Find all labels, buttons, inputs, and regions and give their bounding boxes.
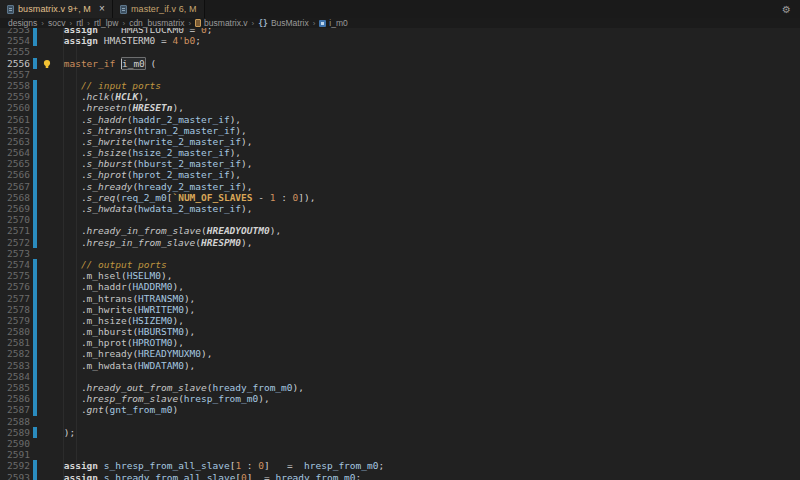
line-number[interactable]: 2573: [0, 248, 30, 259]
code-text[interactable]: .hresp_from_slave(hresp_from_m0),: [58, 393, 270, 404]
code-text[interactable]: .m_hburst(HBURSTM0),: [58, 326, 195, 337]
code-text[interactable]: .s_htrans(htran_2_master_if),: [58, 125, 247, 136]
line-number[interactable]: 2555: [0, 46, 30, 57]
code-line[interactable]: 2583 .m_hwdata(HWDATAM0),: [0, 360, 800, 371]
line-number[interactable]: 2562: [0, 125, 30, 136]
code-text[interactable]: master_if i_m0 (: [58, 58, 156, 69]
code-line[interactable]: 2590: [0, 438, 800, 449]
line-number[interactable]: 2585: [0, 382, 30, 393]
code-line[interactable]: 2577 .m_htrans(HTRANSM0),: [0, 293, 800, 304]
breadcrumb-item-BusMatrix[interactable]: {}BusMatrix: [258, 18, 308, 28]
code-line[interactable]: 2574 // output ports: [0, 259, 800, 270]
line-number[interactable]: 2560: [0, 102, 30, 113]
code-text[interactable]: // output ports: [58, 259, 167, 270]
line-number[interactable]: 2567: [0, 181, 30, 192]
code-text[interactable]: .m_hwdata(HWDATAM0),: [58, 360, 195, 371]
line-number[interactable]: 2593: [0, 472, 30, 480]
code-line[interactable]: 2568 .s_req(req_2_m0[`NUM_OF_SLAVES - 1 …: [0, 192, 800, 203]
code-line[interactable]: 2576 .m_haddr(HADDRM0),: [0, 281, 800, 292]
code-text[interactable]: .m_hwrite(HWRITEM0),: [58, 304, 195, 315]
code-text[interactable]: .s_hsize(hsize_2_master_if),: [58, 147, 241, 158]
code-line[interactable]: 2558 // input ports: [0, 80, 800, 91]
line-number[interactable]: 2583: [0, 360, 30, 371]
code-text[interactable]: .m_hready(HREADYMUXM0),: [58, 348, 212, 359]
line-number[interactable]: 2576: [0, 281, 30, 292]
line-number[interactable]: 2579: [0, 315, 30, 326]
line-number[interactable]: 2578: [0, 304, 30, 315]
code-text[interactable]: .m_haddr(HADDRM0),: [58, 281, 184, 292]
lightbulb-icon[interactable]: [42, 59, 52, 69]
code-line[interactable]: 2578 .m_hwrite(HWRITEM0),: [0, 304, 800, 315]
code-line[interactable]: 2587 .gnt(gnt_from_m0): [0, 404, 800, 415]
code-text[interactable]: .hresetn(HRESETn),: [58, 102, 184, 113]
code-line[interactable]: 2591: [0, 449, 800, 460]
code-text[interactable]: .s_haddr(haddr_2_master_if),: [58, 114, 241, 125]
line-number[interactable]: 2577: [0, 293, 30, 304]
code-line[interactable]: 2563 .s_hwrite(hwrite_2_master_if),: [0, 136, 800, 147]
line-number[interactable]: 2566: [0, 169, 30, 180]
line-number[interactable]: 2565: [0, 158, 30, 169]
code-line[interactable]: 2553 assign HMASTLOCKM0 = 0;: [0, 28, 800, 35]
code-line[interactable]: 2560 .hresetn(HRESETn),: [0, 102, 800, 113]
line-number[interactable]: 2592: [0, 460, 30, 471]
code-text[interactable]: );: [58, 427, 75, 438]
code-text[interactable]: .s_hburst(hburst_2_master_if),: [58, 158, 253, 169]
code-text[interactable]: assign s_hresp_from_all_slave[1 : 0] = h…: [58, 460, 384, 471]
line-number[interactable]: 2568: [0, 192, 30, 203]
breadcrumb-item-rtl[interactable]: rtl: [76, 18, 83, 28]
code-editor[interactable]: 2553 assign HMASTLOCKM0 = 0;2554 assign …: [0, 28, 800, 480]
code-line[interactable]: 2561 .s_haddr(haddr_2_master_if),: [0, 114, 800, 125]
tab-busmatrix.v[interactable]: busmatrix.v 9+, M×: [0, 0, 113, 18]
line-number[interactable]: 2590: [0, 438, 30, 449]
line-number[interactable]: 2586: [0, 393, 30, 404]
code-line[interactable]: 2564 .s_hsize(hsize_2_master_if),: [0, 147, 800, 158]
line-number[interactable]: 2561: [0, 114, 30, 125]
line-number[interactable]: 2563: [0, 136, 30, 147]
code-text[interactable]: .s_hprot(hprot_2_master_if),: [58, 169, 241, 180]
code-text[interactable]: assign HMASTERM0 = 4'b0;: [58, 35, 201, 46]
line-number[interactable]: 2564: [0, 147, 30, 158]
line-number[interactable]: 2582: [0, 348, 30, 359]
code-line[interactable]: 2589 );: [0, 427, 800, 438]
breadcrumb-item-i_m0[interactable]: i_m0: [319, 18, 347, 28]
code-text[interactable]: .m_hsel(HSELM0),: [58, 270, 172, 281]
breadcrumb-item-cdn_busmatrix[interactable]: cdn_busmatrix: [129, 18, 184, 28]
breadcrumb-item-designs[interactable]: designs: [8, 18, 37, 28]
code-line[interactable]: 2565 .s_hburst(hburst_2_master_if),: [0, 158, 800, 169]
code-line[interactable]: 2569 .s_hwdata(hwdata_2_master_if),: [0, 203, 800, 214]
code-line[interactable]: 2579 .m_hsize(HSIZEM0),: [0, 315, 800, 326]
breadcrumb-item-rtl_lpw[interactable]: rtl_lpw: [94, 18, 119, 28]
line-number[interactable]: 2587: [0, 404, 30, 415]
code-text[interactable]: .gnt(gnt_from_m0): [58, 404, 178, 415]
code-text[interactable]: assign s_hready_from_all_slave[0] = hrea…: [58, 472, 361, 480]
code-line[interactable]: 2586 .hresp_from_slave(hresp_from_m0),: [0, 393, 800, 404]
breadcrumb-item-socv[interactable]: socv: [48, 18, 65, 28]
line-number[interactable]: 2559: [0, 91, 30, 102]
code-line[interactable]: 2593 assign s_hready_from_all_slave[0] =…: [0, 472, 800, 480]
code-line[interactable]: 2581 .m_hprot(HPROTM0),: [0, 337, 800, 348]
code-line[interactable]: 2572 .hresp_in_from_slave(HRESPM0),: [0, 237, 800, 248]
code-text[interactable]: .s_hwrite(hwrite_2_master_if),: [58, 136, 253, 147]
line-number[interactable]: 2589: [0, 427, 30, 438]
line-number[interactable]: 2588: [0, 416, 30, 427]
code-text[interactable]: .hresp_in_from_slave(HRESPM0),: [58, 237, 253, 248]
line-number[interactable]: 2570: [0, 214, 30, 225]
code-text[interactable]: assign HMASTLOCKM0 = 0;: [58, 28, 212, 35]
code-line[interactable]: 2559 .hclk(HCLK),: [0, 91, 800, 102]
gear-icon[interactable]: ⚙: [773, 0, 800, 18]
code-line[interactable]: 2557: [0, 69, 800, 80]
line-number[interactable]: 2580: [0, 326, 30, 337]
code-line[interactable]: 2555: [0, 46, 800, 57]
close-icon[interactable]: ×: [99, 4, 105, 14]
code-line[interactable]: 2556 master_if i_m0 (: [0, 58, 800, 69]
line-number[interactable]: 2557: [0, 69, 30, 80]
line-number[interactable]: 2575: [0, 270, 30, 281]
line-number[interactable]: 2569: [0, 203, 30, 214]
line-number[interactable]: 2581: [0, 337, 30, 348]
line-number[interactable]: 2553: [0, 28, 30, 35]
line-number[interactable]: 2554: [0, 35, 30, 46]
line-number[interactable]: 2591: [0, 449, 30, 460]
breadcrumb-item-busmatrix.v[interactable]: busmatrix.v: [195, 18, 247, 28]
code-text[interactable]: .m_hprot(HPROTM0),: [58, 337, 184, 348]
code-text[interactable]: .m_hsize(HSIZEM0),: [58, 315, 184, 326]
